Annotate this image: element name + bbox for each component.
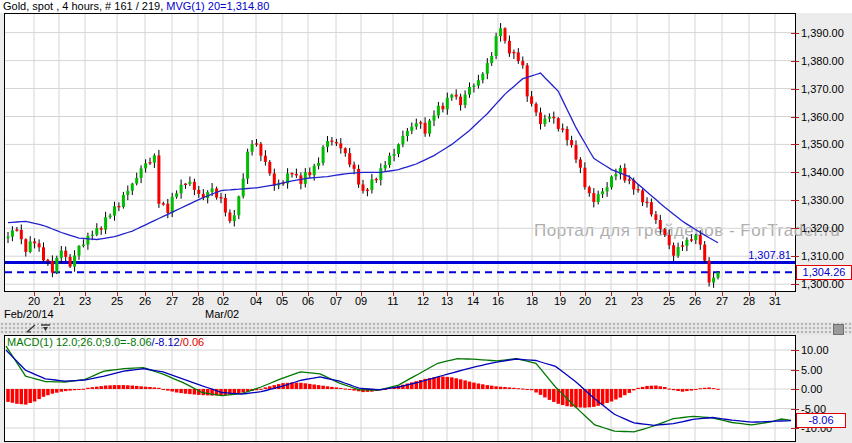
histogram-bar (441, 377, 445, 390)
candle-body (308, 172, 311, 175)
macd-axis-badge: -8.06 (796, 413, 846, 428)
candle-body (348, 153, 351, 164)
date-tick-label: 11 (380, 295, 406, 307)
candle-body (481, 74, 484, 80)
histogram-bar (166, 389, 170, 391)
panel-splitter[interactable] (0, 322, 852, 335)
histogram-bar (716, 389, 720, 390)
candlestick-chart[interactable] (5, 14, 795, 291)
date-axis-tick (498, 292, 499, 296)
histogram-bar (312, 385, 316, 390)
doji-candle (690, 239, 693, 240)
splitter-handle[interactable] (833, 324, 844, 335)
macd-indicator-panel[interactable] (4, 335, 796, 442)
date-axis-tick (473, 292, 474, 296)
candle-body (91, 235, 94, 236)
date-tick-label: 26 (682, 295, 708, 307)
candle-body (437, 106, 440, 116)
candle-body (450, 95, 453, 98)
candle-body (588, 187, 591, 193)
histogram-bar (157, 388, 161, 389)
date-axis-tick (637, 292, 638, 296)
histogram-bar (117, 385, 121, 389)
candle-body (33, 241, 36, 243)
candle-body (464, 95, 467, 106)
date-axis-row2-label: Feb/20/14 (4, 308, 54, 320)
histogram-bar (650, 386, 654, 389)
date-tick-label: 25 (656, 295, 682, 307)
candle-body (211, 189, 214, 193)
date-axis-tick (223, 292, 224, 296)
histogram-bar (162, 389, 166, 390)
candle-body (144, 163, 147, 168)
histogram-bar (95, 387, 99, 389)
date-axis-tick (256, 292, 257, 296)
doji-candle (117, 206, 120, 207)
candle-body (397, 144, 400, 154)
date-tick-label: 21 (598, 295, 624, 307)
histogram-bar (188, 389, 192, 394)
histogram-bar (51, 389, 55, 394)
histogram-bar (619, 389, 623, 398)
candle-body (357, 169, 360, 185)
date-tick-label: 09 (348, 295, 374, 307)
histogram-bar (99, 386, 103, 389)
histogram-bar (135, 386, 139, 389)
candle-body (109, 216, 112, 218)
splitter-resize-icon[interactable] (26, 324, 37, 333)
histogram-bar (512, 388, 516, 389)
histogram-bar (24, 389, 28, 405)
histogram-bar (672, 389, 676, 390)
candle-body (415, 123, 418, 126)
histogram-bar (122, 385, 126, 389)
candle-body (166, 204, 169, 213)
histogram-bar (170, 389, 174, 392)
histogram-bar (645, 386, 649, 389)
candle-body (579, 160, 582, 168)
histogram-bar (295, 383, 299, 389)
date-axis-tick (423, 292, 424, 296)
candle-body (42, 247, 45, 260)
candle-body (486, 63, 489, 74)
date-tick-label: 28 (736, 295, 762, 307)
candle-body (441, 106, 444, 110)
candle-body (379, 168, 382, 180)
price-chart-panel[interactable] (4, 13, 796, 292)
candle-body (601, 191, 604, 194)
candle-body (322, 147, 325, 163)
candle-body (530, 96, 533, 103)
histogram-bar (330, 387, 334, 389)
doji-candle (330, 141, 333, 142)
candle-body (410, 127, 413, 131)
candle-body (335, 142, 338, 143)
date-tick-label: 06 (295, 295, 321, 307)
histogram-bar (499, 387, 503, 389)
histogram-bar (468, 382, 472, 389)
candle-body (175, 193, 178, 197)
candle-body (237, 196, 240, 215)
histogram-bar (552, 389, 556, 402)
macd-chart[interactable] (5, 336, 795, 441)
histogram-bar (508, 387, 512, 389)
splitter-collapse-icon[interactable] (40, 324, 51, 333)
candle-body (180, 185, 183, 194)
histogram-bar (712, 388, 716, 389)
date-axis-tick (393, 292, 394, 296)
date-axis-tick (695, 292, 696, 296)
candle-body (388, 156, 391, 165)
histogram-bar (33, 389, 37, 402)
date-axis-row2-label: Mar/02 (205, 308, 239, 320)
candle-body (370, 179, 373, 190)
histogram-bar (259, 389, 263, 390)
candle-body (268, 162, 271, 174)
histogram-bar (326, 386, 330, 389)
histogram-bar (654, 386, 658, 390)
candle-body (140, 168, 143, 178)
candle-body (100, 228, 103, 230)
date-axis-tick (611, 292, 612, 296)
date-axis-tick (560, 292, 561, 296)
candle-body (508, 41, 511, 54)
candle-body (24, 239, 27, 252)
histogram-bar (148, 387, 152, 389)
histogram-bar (694, 389, 698, 390)
